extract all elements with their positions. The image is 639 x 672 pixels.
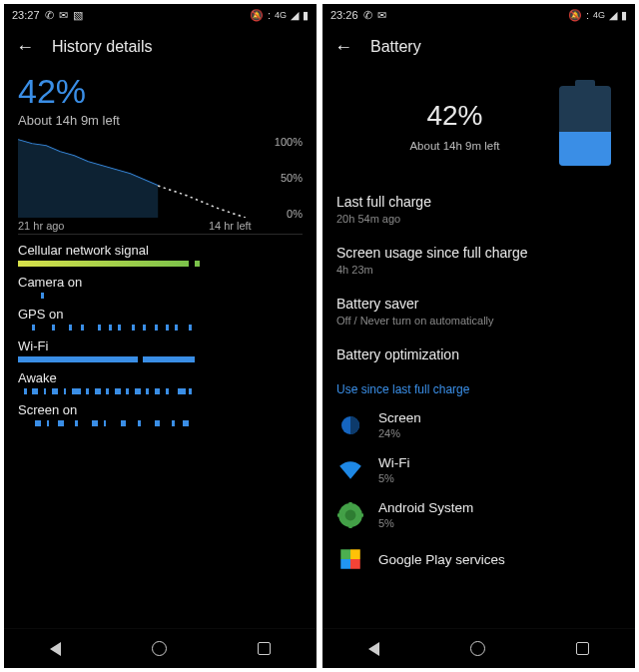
app-pct: 5% (378, 517, 473, 529)
back-icon[interactable]: ← (334, 37, 352, 58)
back-icon[interactable]: ← (16, 37, 34, 58)
signal-icon: ◢ (291, 9, 299, 22)
nav-recent-icon[interactable] (576, 642, 589, 655)
metric-wifi[interactable]: Wi-Fi (18, 338, 303, 362)
row-battery-optimization[interactable]: Battery optimization (336, 336, 621, 372)
status-time: 23:26 (330, 9, 358, 21)
mail-icon: ✉ (377, 9, 386, 22)
metric-label: Awake (18, 370, 303, 385)
row-sub: 20h 54m ago (336, 213, 621, 225)
signal-label: 4G (593, 10, 605, 20)
mail-icon: ✉ (59, 9, 68, 22)
app-row-play-services[interactable]: Google Play services (336, 537, 621, 581)
metric-label: Camera on (18, 275, 303, 290)
app-row-android-system[interactable]: Android System 5% (336, 492, 621, 537)
colon-icon: : (586, 9, 589, 21)
app-pct: 5% (378, 472, 409, 484)
metric-gps[interactable]: GPS on (18, 307, 303, 331)
svg-rect-9 (340, 559, 350, 569)
battery-hero[interactable]: 42% About 14h 9m left (336, 68, 621, 184)
row-title: Screen usage since full charge (336, 245, 621, 261)
metric-awake[interactable]: Awake (18, 370, 303, 394)
metric-cellular[interactable]: Cellular network signal (18, 243, 303, 267)
status-time: 23:27 (12, 9, 40, 21)
camera-bar (18, 293, 303, 299)
metric-label: GPS on (18, 307, 303, 322)
awake-bar (18, 388, 303, 394)
nav-back-icon[interactable] (50, 642, 61, 656)
phone-history-details: 23:27 ✆ ✉ ▧ 🔕 : 4G ◢ ▮ ← History details… (4, 4, 317, 668)
play-services-icon (336, 545, 364, 573)
header: ← History details (4, 26, 317, 68)
app-name: Screen (378, 410, 421, 425)
x-axis-start: 21 hr ago (18, 220, 64, 232)
nav-home-icon[interactable] (152, 641, 167, 656)
screen-icon (336, 411, 364, 439)
image-icon: ▧ (73, 9, 83, 22)
mute-icon: 🔕 (250, 9, 264, 22)
wifi-icon (336, 456, 364, 484)
battery-percentage: 42% (18, 72, 303, 111)
chart-svg (18, 138, 252, 218)
signal-label: 4G (275, 10, 287, 20)
page-title: Battery (370, 38, 421, 56)
app-name: Android System (378, 500, 473, 515)
svg-rect-7 (340, 549, 350, 559)
signal-icon: ◢ (609, 9, 617, 22)
android-nav-bar (322, 628, 635, 668)
battery-icon: ▮ (621, 9, 627, 22)
page-title: History details (52, 38, 152, 56)
header: ← Battery (322, 26, 635, 68)
app-pct: 24% (378, 427, 421, 439)
row-title: Last full charge (336, 194, 621, 210)
android-nav-bar (4, 628, 317, 668)
battery-chart: 100% 50% 0% 21 hr ago 14 hr left (18, 138, 303, 228)
y-axis-50: 50% (281, 172, 303, 184)
colon-icon: : (268, 9, 271, 21)
status-bar: 23:26 ✆ ✉ 🔕 : 4G ◢ ▮ (322, 4, 635, 26)
y-axis-0: 0% (287, 208, 303, 220)
row-title: Battery saver (336, 296, 621, 312)
row-last-full-charge[interactable]: Last full charge 20h 54m ago (336, 184, 621, 235)
metric-screen[interactable]: Screen on (18, 402, 303, 426)
mute-icon: 🔕 (568, 9, 582, 22)
row-screen-usage[interactable]: Screen usage since full charge 4h 23m (336, 235, 621, 286)
nav-recent-icon[interactable] (258, 642, 271, 655)
wifi-bar (18, 356, 303, 362)
row-sub: 4h 23m (336, 264, 621, 276)
app-row-screen[interactable]: Screen 24% (336, 402, 621, 447)
x-axis-end: 14 hr left (209, 220, 252, 232)
row-battery-saver[interactable]: Battery saver Off / Never turn on automa… (336, 286, 621, 336)
row-title: Battery optimization (336, 346, 621, 362)
metric-label: Cellular network signal (18, 243, 303, 258)
battery-icon: ▮ (303, 9, 309, 22)
app-row-wifi[interactable]: Wi-Fi 5% (336, 447, 621, 492)
cellular-bar (18, 261, 303, 267)
nav-home-icon[interactable] (470, 641, 485, 656)
whatsapp-icon: ✆ (363, 9, 372, 22)
battery-illustration (559, 86, 611, 166)
battery-estimate: About 14h 9m left (18, 113, 303, 128)
metric-label: Screen on (18, 402, 303, 417)
hero-estimate: About 14h 9m left (350, 140, 559, 152)
gps-bar (18, 325, 303, 331)
app-name: Google Play services (378, 552, 505, 567)
divider (18, 234, 303, 235)
hero-percentage: 42% (350, 100, 559, 132)
screen-bar (18, 420, 303, 426)
whatsapp-icon: ✆ (45, 9, 54, 22)
svg-rect-10 (350, 559, 360, 569)
svg-rect-8 (350, 549, 360, 559)
svg-point-2 (345, 509, 356, 520)
y-axis-100: 100% (275, 136, 303, 148)
metric-label: Wi-Fi (18, 338, 303, 353)
use-since-label: Use since last full charge (336, 382, 621, 396)
android-system-icon (336, 501, 364, 529)
phone-battery-settings: 23:26 ✆ ✉ 🔕 : 4G ◢ ▮ ← Battery 42% About… (322, 4, 635, 668)
nav-back-icon[interactable] (368, 642, 379, 656)
metric-camera[interactable]: Camera on (18, 275, 303, 299)
status-bar: 23:27 ✆ ✉ ▧ 🔕 : 4G ◢ ▮ (4, 4, 317, 26)
app-name: Wi-Fi (378, 455, 409, 470)
row-sub: Off / Never turn on automatically (336, 315, 621, 327)
